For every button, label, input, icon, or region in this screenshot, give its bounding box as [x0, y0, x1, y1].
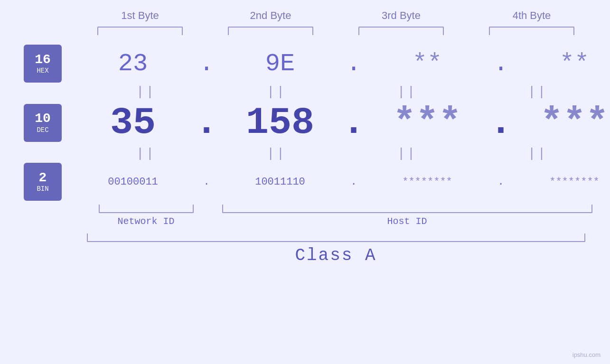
class-label: Class A	[295, 246, 376, 265]
bracket-cell-4	[467, 27, 597, 35]
network-id-bracket	[99, 205, 194, 213]
byte-headers: 1st Byte 2nd Byte 3rd Byte 4th Byte	[0, 9, 610, 22]
top-bracket-3	[358, 27, 444, 35]
eq1-b4: ||	[472, 84, 603, 99]
bin-sep-3: .	[489, 176, 513, 188]
dec-section: 10 DEC 35 . 158 . *** . ***	[0, 101, 610, 144]
bin-sep-2: .	[342, 176, 366, 188]
header-byte2: 2nd Byte	[206, 9, 336, 22]
bin-b4: ********	[513, 176, 610, 188]
hex-b1: 23	[71, 50, 195, 78]
hex-sep-3: .	[489, 50, 513, 78]
hex-b3: **	[366, 50, 489, 78]
eq2-b4: ||	[472, 146, 603, 161]
class-label-row: Class A	[0, 246, 610, 265]
eq2-b3: ||	[342, 146, 472, 161]
dec-sep-2: .	[342, 101, 366, 144]
bracket-cell-3	[336, 27, 467, 35]
dec-b3: ***	[366, 101, 489, 144]
hex-b2: 9E	[218, 50, 342, 78]
top-bracket-2	[228, 27, 313, 35]
bin-b2: 10011110	[218, 176, 342, 188]
host-id-section: Host ID	[211, 205, 603, 227]
header-byte4: 4th Byte	[467, 9, 597, 22]
host-id-bracket	[222, 205, 592, 213]
bin-base-label: BIN	[37, 185, 48, 193]
host-id-label: Host ID	[387, 216, 427, 227]
equals-row-1: || || || ||	[0, 84, 610, 99]
main-container: 1st Byte 2nd Byte 3rd Byte 4th Byte 16 H…	[0, 0, 610, 364]
hex-b4: **	[513, 50, 610, 78]
eq1-b2: ||	[211, 84, 342, 99]
bin-b3: ********	[366, 176, 489, 188]
hex-base-number: 16	[35, 53, 51, 67]
eq2-b1: ||	[81, 146, 211, 161]
eq1-b1: ||	[81, 84, 211, 99]
bracket-cell-2	[206, 27, 336, 35]
dec-sep-1: .	[195, 101, 218, 144]
dec-base-number: 10	[35, 112, 51, 126]
bin-badge: 2 BIN	[24, 163, 62, 201]
bracket-cell-1	[75, 27, 206, 35]
hex-base-label: HEX	[37, 67, 48, 75]
dec-b4: ***	[513, 101, 610, 144]
dec-sep-3: .	[489, 101, 513, 144]
class-bracket-row	[0, 233, 610, 242]
hex-badge: 16 HEX	[24, 45, 62, 83]
eq1-b3: ||	[342, 84, 472, 99]
network-id-section: Network ID	[81, 205, 211, 227]
watermark: ipshu.com	[572, 351, 601, 358]
dec-badge: 10 DEC	[24, 104, 62, 142]
hex-section: 16 HEX 23 . 9E . ** . **	[0, 45, 610, 83]
network-id-label: Network ID	[117, 216, 174, 227]
top-bracket-1	[97, 27, 183, 35]
header-byte1: 1st Byte	[75, 9, 206, 22]
header-byte3: 3rd Byte	[336, 9, 467, 22]
bin-b1: 00100011	[71, 176, 195, 188]
id-labels-row: Network ID Host ID	[0, 205, 610, 227]
bin-values: 00100011 . 10011110 . ******** . *******…	[71, 176, 610, 188]
eq2-b2: ||	[211, 146, 342, 161]
dec-base-label: DEC	[37, 126, 48, 134]
hex-sep-1: .	[195, 50, 218, 78]
hex-sep-2: .	[342, 50, 366, 78]
bin-sep-1: .	[195, 176, 218, 188]
top-bracket-4	[489, 27, 574, 35]
dec-b1: 35	[71, 101, 195, 144]
hex-values: 23 . 9E . ** . **	[71, 50, 610, 78]
bin-section: 2 BIN 00100011 . 10011110 . ******** . *…	[0, 163, 610, 201]
dec-b2: 158	[218, 101, 342, 144]
class-bracket	[87, 233, 585, 242]
bin-base-number: 2	[39, 171, 47, 186]
top-brackets	[0, 27, 610, 35]
dec-values: 35 . 158 . *** . ***	[71, 101, 610, 144]
equals-row-2: || || || ||	[0, 146, 610, 161]
